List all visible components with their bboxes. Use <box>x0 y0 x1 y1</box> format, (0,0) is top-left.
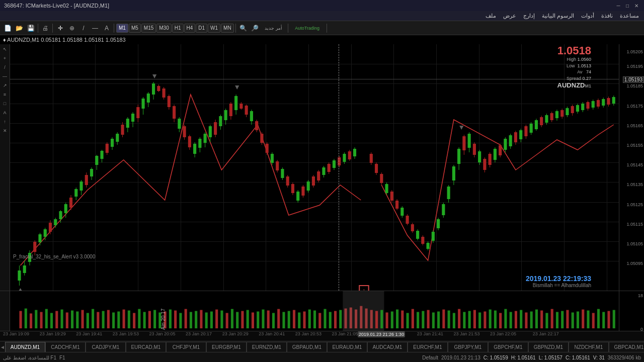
sub-chart-wrapper: Ain 20.17 18 0 <box>0 291 644 331</box>
crosshair-btn[interactable]: ⊕ <box>66 23 77 34</box>
lt-hline[interactable]: — <box>1 72 9 80</box>
text-btn[interactable]: A <box>101 23 112 34</box>
tab-eurgbp-m1[interactable]: EURGBP,M1 <box>206 342 247 352</box>
svg-rect-334 <box>561 311 564 329</box>
svg-rect-225 <box>607 98 610 105</box>
tf-mn[interactable]: MN <box>221 24 234 33</box>
time-marker-label: Ain 20.17 <box>160 309 166 330</box>
save-btn[interactable]: 💾 <box>25 23 36 34</box>
svg-rect-45 <box>131 114 134 122</box>
tf-m30[interactable]: M30 <box>156 24 171 33</box>
svg-rect-175 <box>478 151 481 162</box>
new-chart-btn[interactable]: 📄 <box>2 23 13 34</box>
chart-area[interactable]: ↕ 1.0518 High 1.0560 Low 1.0513 Av 74 Sp… <box>10 44 619 291</box>
minimize-button[interactable]: ─ <box>615 2 622 9</box>
lt-fib[interactable]: ≡ <box>1 90 9 99</box>
zoom-in-btn[interactable]: 🔍 <box>238 23 249 34</box>
tab-chfjpy-m1[interactable]: CHFJPY,M1 <box>166 342 206 352</box>
autotrading-btn[interactable]: AutoTrading <box>290 23 325 34</box>
tf-d1[interactable]: D1 <box>196 24 207 33</box>
svg-rect-95 <box>260 134 263 143</box>
price-4: 1.05175 <box>626 104 643 109</box>
tf-m1[interactable]: M1 <box>116 24 128 33</box>
price-scale: 1.05205 1.05195 1.05185 1.05175 1.05165 … <box>619 44 644 291</box>
tab-audnzd-m1[interactable]: AUDNZD,M1 <box>5 342 45 352</box>
svg-rect-3 <box>23 265 26 273</box>
svg-rect-233 <box>45 309 48 329</box>
window-controls[interactable]: ─ □ ✕ <box>615 2 640 9</box>
maximize-button[interactable]: □ <box>624 2 631 9</box>
tf-m15[interactable]: M15 <box>141 24 156 33</box>
menu-tools[interactable]: أدوات <box>578 11 597 21</box>
open-btn[interactable]: 📂 <box>14 23 25 34</box>
sub-chart[interactable]: Ain 20.17 <box>10 291 619 331</box>
svg-rect-103 <box>281 169 284 178</box>
tab-scroll-left[interactable]: ◄ <box>0 342 5 352</box>
svg-rect-241 <box>87 313 89 328</box>
svg-rect-35 <box>106 144 109 153</box>
close-button[interactable]: ✕ <box>633 2 640 9</box>
tab-cadjpy-m1[interactable]: CADJPY,M1 <box>86 342 126 352</box>
tf-m5[interactable]: M5 <box>129 24 141 33</box>
menu-charts[interactable]: الرسوم البيانية <box>539 11 577 21</box>
menu-file[interactable]: ملف <box>482 11 499 21</box>
menu-help[interactable]: مساعدة <box>617 11 642 21</box>
tf-h1[interactable]: H1 <box>172 24 184 33</box>
av-info: Av 74 <box>557 69 591 75</box>
svg-rect-19 <box>64 204 67 213</box>
status-volume: V: 31 <box>593 355 605 360</box>
svg-rect-242 <box>92 309 94 329</box>
lt-text[interactable]: A <box>1 109 9 117</box>
lt-line[interactable]: / <box>1 63 9 71</box>
tab-gbpcad-m1[interactable]: GBPCAD,M1 <box>609 342 644 352</box>
tab-euraud-m1[interactable]: EURAUD,M1 <box>327 342 367 352</box>
menu-insert[interactable]: إدارج <box>520 11 538 21</box>
time-label-3: 23 Jan 19:53 <box>113 331 139 336</box>
cursor-btn[interactable]: ✛ <box>55 23 66 34</box>
tf-h4[interactable]: H4 <box>184 24 196 33</box>
tab-gbpaud-m1[interactable]: GBPAUD,M1 <box>287 342 327 352</box>
sep2 <box>52 24 53 33</box>
new-order-btn[interactable]: أمر جديد <box>261 23 286 34</box>
svg-rect-247 <box>117 311 120 328</box>
lt-trendline[interactable]: ↗ <box>1 81 9 89</box>
tab-gbpnzd-m1[interactable]: GBPNZD,M1 <box>528 342 569 352</box>
time-axis-pad <box>619 331 644 341</box>
sep1 <box>38 24 38 33</box>
lt-delete[interactable]: ✕ <box>1 127 9 135</box>
svg-rect-25 <box>79 182 83 191</box>
menu-view[interactable]: عرض <box>500 11 519 21</box>
tab-gbpchf-m1[interactable]: GBPCHF,M1 <box>488 342 528 352</box>
lt-arrow[interactable]: ↖ <box>1 45 9 53</box>
lt-crosshair[interactable]: + <box>1 54 9 62</box>
svg-rect-232 <box>40 312 42 328</box>
svg-rect-111 <box>301 187 304 196</box>
trendline-right <box>381 120 613 260</box>
svg-rect-215 <box>581 104 584 110</box>
tab-eurnzd-m1[interactable]: EURNZD,M1 <box>247 342 287 352</box>
time-label-10: 23 Jan 21:41 <box>417 331 443 336</box>
tab-cadchf-m1[interactable]: CADCHF,M1 <box>45 342 86 352</box>
svg-rect-288 <box>329 312 332 328</box>
line-btn[interactable]: / <box>78 23 89 34</box>
svg-rect-311 <box>442 310 445 329</box>
svg-rect-252 <box>143 312 146 328</box>
svg-rect-219 <box>592 101 595 108</box>
candle-chart[interactable]: ↕ <box>10 44 619 291</box>
tab-gbpjpy-m1[interactable]: GBPJPY,M1 <box>448 342 488 352</box>
print-btn[interactable]: 🖨 <box>40 23 51 34</box>
tab-eurcad-m1[interactable]: EURCAD,M1 <box>126 342 166 352</box>
menu-window[interactable]: نافذة <box>598 11 616 21</box>
svg-rect-324 <box>510 312 512 328</box>
tf-w1[interactable]: W1 <box>208 24 220 33</box>
tab-eurchf-m1[interactable]: EURCHF,M1 <box>408 342 448 352</box>
zoom-out-btn[interactable]: 🔎 <box>250 23 261 34</box>
lt-arrow2[interactable]: ↑ <box>1 118 9 126</box>
svg-rect-73 <box>204 134 207 143</box>
hline-btn[interactable]: — <box>90 23 101 34</box>
tab-nzdchf-m1[interactable]: NZDCHF,M1 <box>569 342 609 352</box>
lt-rect[interactable]: □ <box>1 100 9 108</box>
bismillah-text: Bismillah == Alhamdulillah <box>526 283 591 288</box>
window-title: 368647: ICMarkets-Live02 - [AUDNZD,M1] <box>4 3 109 9</box>
tab-audcad-m1[interactable]: AUDCAD,M1 <box>367 342 408 352</box>
